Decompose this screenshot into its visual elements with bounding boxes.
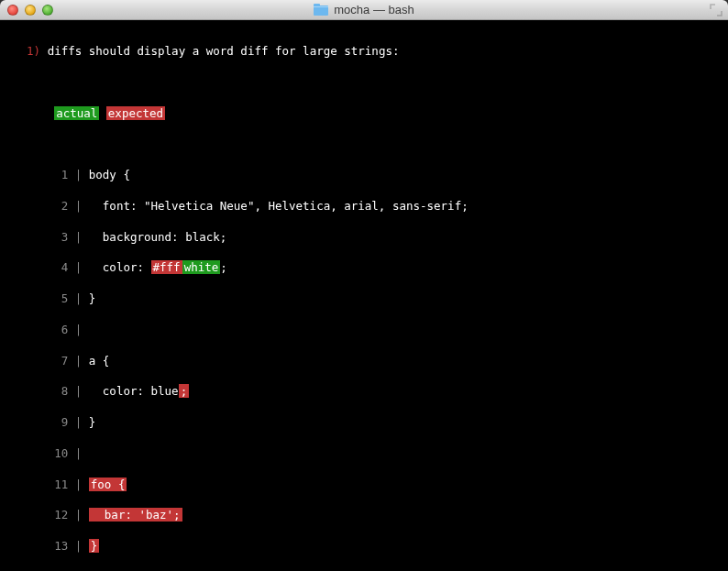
diff-segment: background: black; (82, 230, 226, 244)
diff-line: 11 | foo { (13, 478, 715, 493)
diff-segment: color: (82, 260, 150, 274)
diff-segment: font: "Helvetica Neue", Helvetica, arial… (82, 199, 468, 213)
traffic-lights (7, 5, 53, 16)
diff-line: 7 | a { (13, 354, 715, 369)
diff-segment: foo { (89, 478, 127, 491)
diff-segment (82, 508, 89, 522)
window-title-text: mocha — bash (334, 3, 414, 16)
diff-line: 5 | } (13, 291, 715, 307)
legend-actual: actual (54, 106, 99, 120)
folder-icon (314, 4, 328, 16)
diff-line: 10 | (13, 446, 715, 462)
diff-segment: ; (220, 260, 227, 274)
diff-line: 3 | background: black; (13, 230, 715, 246)
diff-line: 2 | font: "Helvetica Neue", Helvetica, a… (13, 199, 715, 214)
diff-line: 9 | } (13, 415, 715, 431)
diff-segment (82, 478, 89, 491)
diff-line: 13 | } (13, 539, 715, 555)
diff-segment: a { (82, 354, 109, 368)
diff-segment: #fff (151, 260, 182, 274)
svg-rect-0 (314, 5, 328, 16)
minimize-icon[interactable] (25, 5, 36, 16)
diff-segment: color: blue (82, 384, 178, 398)
diff-line: 1 | body { (13, 168, 715, 183)
test-number: 1) (27, 44, 40, 58)
diff-segment: } (82, 291, 95, 305)
diff-line: 12 | bar: 'baz'; (13, 508, 715, 523)
diff-segment (82, 446, 89, 460)
diff-line: 8 | color: blue; (13, 384, 715, 400)
diff-segment: bar: 'baz'; (89, 508, 182, 522)
window-title: mocha — bash (0, 3, 728, 16)
diff-segment: ; (179, 384, 190, 398)
terminal-body[interactable]: 1) diffs should display a word diff for … (0, 20, 728, 571)
diff-line: 6 | (13, 323, 715, 338)
diff-line: 4 | color: #fffwhite; (13, 260, 715, 276)
diff-segment: white (182, 260, 221, 274)
diff-segment: } (82, 415, 95, 429)
titlebar: mocha — bash (0, 0, 728, 20)
svg-rect-2 (314, 6, 328, 7)
terminal-window: mocha — bash 1) diffs should display a w… (0, 0, 728, 571)
diff-segment (82, 323, 89, 336)
svg-rect-1 (314, 4, 320, 7)
close-icon[interactable] (7, 5, 18, 16)
legend-expected: expected (106, 106, 165, 120)
test-title: diffs should display a word diff for lar… (48, 44, 400, 58)
zoom-icon[interactable] (42, 5, 53, 16)
diff-segment (82, 539, 89, 553)
diff-segment: body { (82, 168, 130, 181)
diff-block: 1 | body { 2 | font: "Helvetica Neue", H… (13, 168, 715, 555)
diff-segment: } (89, 539, 100, 553)
fullscreen-icon[interactable] (710, 4, 722, 16)
